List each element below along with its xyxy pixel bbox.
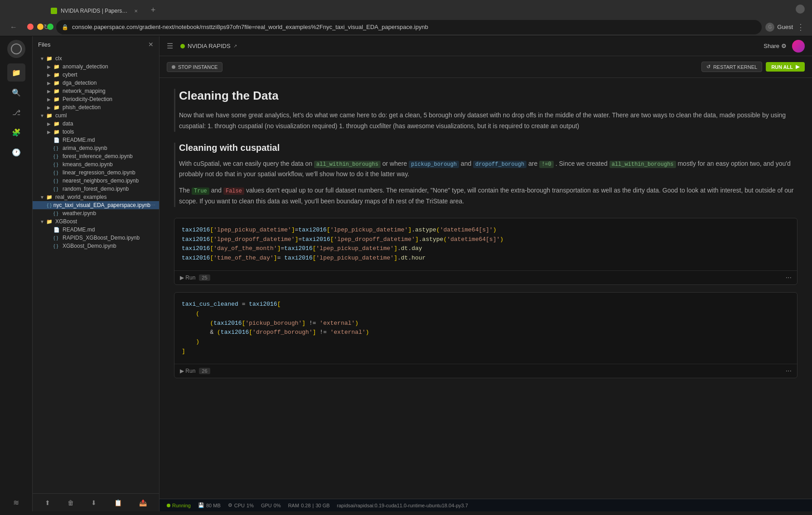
folder-name-rwe: real_world_examples <box>55 194 106 200</box>
tree-folder-cybert[interactable]: ▶ 📁 cybert <box>33 71 159 79</box>
folder-arrow-rwe: ▼ <box>40 195 46 200</box>
cell-26-more-button[interactable]: ··· <box>786 367 792 375</box>
new-tab-button[interactable]: + <box>147 4 160 16</box>
tree-file-readme-xg[interactable]: 📄 README.md <box>33 226 159 234</box>
tree-file-nyc[interactable]: { } nyc_taxi_visual_EDA_paperspace.ipynb… <box>33 201 159 209</box>
tree-file-kmeans[interactable]: { } kmeans_demo.ipynb <box>33 160 159 168</box>
active-tab[interactable]: NVIDIA RAPIDS | Paperspace N... ✕ <box>45 4 145 18</box>
heading-cleaning-data: Cleaning the Data <box>179 89 798 103</box>
tree-folder-dga[interactable]: ▶ 📁 dga_detection <box>33 79 159 87</box>
clock-rail-button[interactable]: 🕐 <box>7 143 25 161</box>
code-true: True <box>192 188 209 195</box>
panel-footer-btn2[interactable]: 🗑 <box>66 497 76 508</box>
heading-cuspatial: Cleaning with cuspatial <box>179 143 798 153</box>
external-link-icon[interactable]: ↗ <box>233 43 237 48</box>
hamburger-button[interactable]: ☰ <box>167 42 173 50</box>
search-rail-button[interactable]: 🔍 <box>7 83 25 101</box>
tree-file-weather[interactable]: { } weather.ipynb <box>33 209 159 217</box>
file-icon-rf: { } <box>53 186 61 192</box>
tree-file-arima[interactable]: { } arima_demo.ipynb <box>33 144 159 152</box>
paragraph-cuspatial-2: The True and False values don't equal up… <box>179 185 798 207</box>
text-cuspatial-1e: . Since we created <box>556 160 609 167</box>
tree-folder-clx[interactable]: ▼ 📁 clx <box>33 54 159 63</box>
run-all-button[interactable]: RUN ALL ▶ <box>766 62 805 72</box>
file-panel-header: Files ✕ <box>33 36 159 53</box>
file-icon-nyc: { } <box>47 202 51 208</box>
cell-25-more-button[interactable]: ··· <box>786 274 792 282</box>
panel-footer-btn4[interactable]: 📋 <box>112 497 124 508</box>
tree-file-forest[interactable]: { } forest_inference_demo.ipynb <box>33 152 159 160</box>
lock-icon: 🔒 <box>62 24 68 30</box>
restart-kernel-button[interactable]: ↺ RESTART KERNEL <box>701 62 762 72</box>
maximize-traffic-light[interactable] <box>47 24 53 30</box>
file-icon-arima: { } <box>53 145 61 151</box>
folder-icon-clx: 📁 <box>46 56 53 62</box>
run-cell-26-button[interactable]: ▶ Run <box>180 368 195 374</box>
file-panel-title: Files <box>38 41 50 48</box>
file-panel: Files ✕ ▼ 📁 clx ▶ 📁 anomaly_detection <box>33 36 160 511</box>
tree-folder-tools[interactable]: ▶ 📁 tools <box>33 128 159 136</box>
panel-footer-btn5[interactable]: 📤 <box>137 497 149 508</box>
profile-button[interactable]: G Guest <box>765 23 793 32</box>
tree-file-linreg[interactable]: { } linear_regression_demo.ipynb <box>33 168 159 177</box>
extensions-rail-button[interactable]: 🧩 <box>7 123 25 141</box>
files-rail-button[interactable]: 📁 <box>7 63 25 82</box>
run-cell-25-button[interactable]: ▶ Run <box>180 274 195 281</box>
file-menu-nyc[interactable]: ⋯ <box>150 202 155 208</box>
tree-folder-rwe[interactable]: ▼ 📁 real_world_examples <box>33 193 159 201</box>
tab-close-button[interactable]: ✕ <box>132 7 140 14</box>
panel-close-button[interactable]: ✕ <box>148 41 154 48</box>
close-traffic-light[interactable] <box>27 24 34 30</box>
code-cell-26-body[interactable]: taxi_cus_cleaned = taxi2016[ ( (taxi2016… <box>174 293 797 364</box>
text-cuspatial-1d: are <box>528 160 539 167</box>
status-runtime: rapidsai/rapidsai:0.19-cuda11.0-runtime-… <box>337 503 468 508</box>
status-gpu-value: 0% <box>274 503 281 508</box>
tree-file-rf[interactable]: { } random_forest_demo.ipynb <box>33 185 159 193</box>
code-all-within-boroughs-2: all_within_boroughs <box>609 161 676 168</box>
tree-folder-phish[interactable]: ▶ 📁 phish_detection <box>33 103 159 111</box>
git-rail-button[interactable]: ⎇ <box>7 103 25 121</box>
share-gear-icon: ⚙ <box>781 43 787 49</box>
restart-label: RESTART KERNEL <box>713 64 757 70</box>
tree-folder-data[interactable]: ▶ 📁 data <box>33 120 159 128</box>
panel-footer-btn1[interactable]: ⬆ <box>43 497 52 508</box>
tree-file-knn[interactable]: { } nearest_neighbors_demo.ipynb <box>33 177 159 185</box>
cpu-icon: ⚙ <box>228 502 232 508</box>
code-cell-25-body[interactable]: taxi2016['lpep_pickup_datetime']=taxi201… <box>174 218 797 270</box>
folder-arrow-phish: ▶ <box>47 105 53 110</box>
folder-arrow-cuml: ▼ <box>40 113 46 118</box>
stop-instance-button[interactable]: STOP INSTANCE <box>167 62 222 72</box>
tree-folder-cuml[interactable]: ▼ 📁 cuml <box>33 111 159 120</box>
status-cpu: ⚙ CPU 1% <box>228 502 254 508</box>
profile-label: Guest <box>777 24 793 30</box>
tree-file-readme-cuml[interactable]: 📄 README.md <box>33 136 159 144</box>
tree-file-xg-demo[interactable]: { } XGBoost_Demo.ipynb <box>33 242 159 250</box>
minimize-traffic-light[interactable] <box>37 24 44 30</box>
code-all-within-boroughs: all_within_boroughs <box>314 161 381 168</box>
run-all-label: RUN ALL <box>771 64 793 70</box>
folder-name-phish: phish_detection <box>63 104 101 111</box>
tree-folder-xgboost[interactable]: ▼ 📁 XGBoost <box>33 217 159 226</box>
folder-icon-dga: 📁 <box>53 80 61 86</box>
app-logo[interactable] <box>7 40 25 58</box>
address-bar[interactable]: 🔒 console.paperspace.com/gradient-next/n… <box>56 20 762 34</box>
tree-file-rapids-xg[interactable]: { } RAPIDS_XGBoost_Demo.ipynb <box>33 234 159 242</box>
status-disk-value: 80 MB <box>206 503 221 508</box>
file-tree: ▼ 📁 clx ▶ 📁 anomaly_detection ▶ 📁 cybert <box>33 53 159 493</box>
tree-folder-periodicity[interactable]: ▶ 📁 Periodicity-Detection <box>33 95 159 103</box>
tree-folder-network[interactable]: ▶ 📁 network_mapping <box>33 87 159 95</box>
browser-menu-button[interactable]: ⋮ <box>797 22 805 32</box>
back-button[interactable]: ← <box>7 21 20 34</box>
settings-rail-button[interactable]: ≋ <box>7 493 25 511</box>
text-cuspatial-2a: The <box>179 187 192 194</box>
share-button[interactable]: Share ⚙ <box>764 43 787 49</box>
tree-folder-anomaly[interactable]: ▶ 📁 anomaly_detection <box>33 63 159 71</box>
panel-footer-btn3[interactable]: ⬇ <box>89 497 98 508</box>
url-text: console.paperspace.com/gradient-next/not… <box>72 24 756 30</box>
status-ram-sep: | <box>313 503 314 508</box>
cell-number-26: 26 <box>199 368 210 374</box>
user-avatar[interactable] <box>792 40 805 53</box>
folder-name-dga: dga_detection <box>63 80 97 86</box>
folder-icon-cybert: 📁 <box>53 72 61 78</box>
status-running-label: Running <box>172 503 191 508</box>
